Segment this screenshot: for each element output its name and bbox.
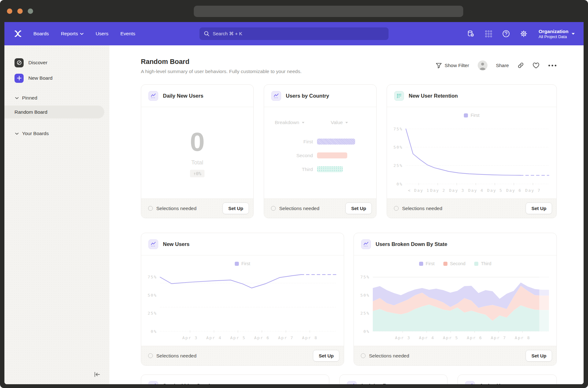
minimize-window-button[interactable] bbox=[17, 9, 23, 14]
copy-link-button[interactable] bbox=[517, 62, 524, 69]
card-title: New Users bbox=[163, 241, 189, 247]
bar-label: First bbox=[273, 139, 317, 145]
svg-text:Apr 3: Apr 3 bbox=[395, 335, 410, 340]
data-management-icon[interactable] bbox=[467, 30, 475, 38]
svg-text:< Day 1: < Day 1 bbox=[408, 188, 429, 193]
top-navigation: Boards Reports Users Events Search ⌘ + K bbox=[4, 22, 584, 45]
link-icon bbox=[517, 62, 524, 69]
country-bar-row: First bbox=[273, 139, 367, 145]
svg-text:50%: 50% bbox=[360, 293, 370, 298]
sidebar-item-discover[interactable]: Discover bbox=[4, 58, 109, 67]
nav-right-cluster: Organization All Project Data bbox=[467, 28, 575, 39]
svg-text:Apr 7: Apr 7 bbox=[491, 335, 506, 340]
svg-text:Apr 8: Apr 8 bbox=[302, 335, 318, 340]
line-chart-icon bbox=[361, 239, 371, 249]
show-filter-button[interactable]: Show Filter bbox=[436, 63, 469, 68]
line-chart-icon bbox=[271, 91, 281, 101]
favorite-button[interactable] bbox=[533, 62, 539, 69]
line-chart-icon bbox=[148, 239, 158, 249]
country-bar-row: Second bbox=[273, 152, 367, 158]
page-title: Random Board bbox=[141, 58, 302, 66]
avatar[interactable] bbox=[478, 60, 487, 70]
sidebar-item-new-board[interactable]: New Board bbox=[4, 73, 109, 83]
board-main: Random Board A high-level summary of use… bbox=[109, 45, 584, 384]
set-up-button[interactable]: Set Up bbox=[222, 203, 249, 214]
status-circle-icon bbox=[361, 353, 366, 358]
svg-text:Apr 8: Apr 8 bbox=[515, 335, 530, 340]
svg-text:Day 7: Day 7 bbox=[525, 188, 541, 193]
mixpanel-logo-icon[interactable] bbox=[13, 29, 23, 38]
svg-text:Apr 6: Apr 6 bbox=[254, 335, 270, 340]
svg-text:50%: 50% bbox=[394, 145, 403, 150]
line-chart-icon bbox=[148, 91, 158, 101]
collapse-sidebar-icon bbox=[94, 371, 101, 378]
legend-item[interactable]: Second bbox=[443, 261, 465, 266]
svg-text:25%: 25% bbox=[360, 311, 370, 316]
nav-menu: Boards Reports Users Events bbox=[33, 31, 135, 37]
chart-legend: First bbox=[387, 113, 556, 118]
chevron-down-icon bbox=[572, 33, 575, 35]
card-stacked-line-graph: Stacked Line Graph bbox=[141, 374, 329, 384]
card-title: Daily New Users bbox=[163, 93, 203, 99]
org-switcher[interactable]: Organization All Project Data bbox=[539, 28, 575, 39]
apps-grid-icon[interactable] bbox=[484, 30, 493, 38]
retention-grid-icon bbox=[394, 91, 404, 101]
set-up-button[interactable]: Set Up bbox=[345, 203, 372, 214]
status-text: Selections needed bbox=[279, 206, 320, 211]
set-up-button[interactable]: Set Up bbox=[526, 203, 552, 214]
svg-text:Day 4: Day 4 bbox=[468, 188, 483, 193]
collapse-sidebar-button[interactable] bbox=[93, 370, 101, 379]
settings-gear-icon[interactable] bbox=[520, 30, 528, 38]
bar-third[interactable] bbox=[317, 166, 343, 172]
close-window-button[interactable] bbox=[7, 9, 12, 14]
svg-text:0%: 0% bbox=[396, 182, 403, 186]
legend-item[interactable]: First bbox=[464, 113, 479, 118]
svg-text:25%: 25% bbox=[394, 163, 403, 168]
legend-item[interactable]: Third bbox=[474, 261, 491, 266]
board-header: Random Board A high-level summary of use… bbox=[141, 58, 557, 74]
set-up-button[interactable]: Set Up bbox=[526, 350, 552, 362]
card-title: Active Users bbox=[480, 383, 511, 384]
chevron-down-icon bbox=[15, 133, 19, 135]
nav-item-users[interactable]: Users bbox=[95, 31, 108, 37]
sidebar-section-your-boards[interactable]: Your Boards bbox=[4, 130, 109, 137]
more-options-button[interactable] bbox=[548, 64, 557, 67]
value-dropdown[interactable]: Value bbox=[331, 120, 348, 125]
metric-delta-badge: ↑0% bbox=[190, 170, 204, 177]
maximize-window-button[interactable] bbox=[28, 9, 33, 14]
breakdown-dropdown[interactable]: Breakdown bbox=[275, 120, 304, 125]
bar-second[interactable] bbox=[317, 152, 347, 158]
card-new-user-retention: New User Retention First 75%50%25%0%< Da… bbox=[387, 84, 557, 218]
card-new-users: New Users First 75%50%25%0%Apr 3Apr 4Apr… bbox=[141, 233, 344, 366]
new-users-line-chart: 75%50%25%0%Apr 3Apr 4Apr 5Apr 6Apr 7Apr … bbox=[144, 267, 341, 343]
nav-item-events[interactable]: Events bbox=[120, 31, 135, 37]
svg-text:Day 3: Day 3 bbox=[449, 188, 464, 193]
help-icon[interactable] bbox=[502, 30, 510, 38]
sidebar-section-pinned[interactable]: Pinned bbox=[4, 94, 109, 102]
line-chart-icon bbox=[347, 381, 357, 384]
legend-item[interactable]: First bbox=[419, 261, 435, 266]
search-input[interactable]: Search ⌘ + K bbox=[199, 27, 389, 40]
country-bar-row: Third bbox=[273, 166, 367, 172]
nav-item-boards[interactable]: Boards bbox=[33, 31, 49, 37]
svg-text:Apr 5: Apr 5 bbox=[230, 335, 246, 340]
nav-item-reports[interactable]: Reports bbox=[61, 31, 84, 37]
metric-label: Total bbox=[191, 159, 203, 166]
card-insights-report: Insights Report bbox=[339, 374, 447, 384]
line-chart-icon bbox=[465, 381, 475, 384]
chevron-down-icon bbox=[15, 97, 19, 99]
browser-address-bar[interactable] bbox=[194, 6, 463, 17]
chart-legend: First bbox=[141, 261, 344, 266]
set-up-button[interactable]: Set Up bbox=[313, 350, 339, 362]
card-daily-new-users: Daily New Users 0 Total ↑0% Selections n… bbox=[141, 84, 254, 218]
svg-text:Day 6: Day 6 bbox=[506, 188, 522, 193]
card-users-by-country: Users by Country Breakdown Value bbox=[264, 84, 377, 218]
bar-first[interactable] bbox=[317, 139, 355, 145]
legend-item[interactable]: First bbox=[235, 261, 250, 266]
sidebar-item-random-board[interactable]: Random Board bbox=[4, 106, 104, 118]
discover-icon bbox=[14, 58, 24, 67]
share-button[interactable]: Share bbox=[496, 63, 509, 68]
svg-text:Apr 4: Apr 4 bbox=[206, 335, 222, 340]
svg-text:Apr 4: Apr 4 bbox=[419, 335, 434, 340]
retention-line-chart: 75%50%25%0%< Day 1Day 2Day 3Day 4Day 5Da… bbox=[390, 119, 553, 195]
